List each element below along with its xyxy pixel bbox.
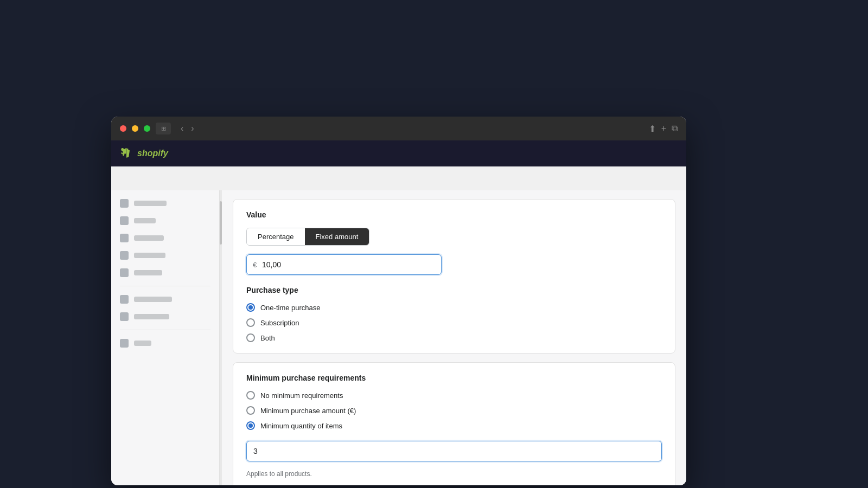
radio-inner-min-quantity <box>248 423 253 428</box>
radio-inner-one-time <box>248 305 253 310</box>
scroll-track <box>220 190 222 485</box>
radio-circle-subscription <box>246 318 255 327</box>
sidebar-label-analytics <box>134 201 167 206</box>
radio-label-min-quantity: Minimum quantity of items <box>260 422 342 430</box>
sidebar-item-extra2[interactable] <box>111 308 219 325</box>
radio-label-both: Both <box>260 334 275 342</box>
browser-share-icon[interactable]: ⬆ <box>649 124 656 134</box>
percentage-tab[interactable]: Percentage <box>247 228 305 245</box>
radio-circle-no-minimum <box>246 391 255 400</box>
minimum-purchase-card: Minimum purchase requirements No minimum… <box>233 362 675 485</box>
radio-circle-one-time <box>246 303 255 312</box>
shopify-topbar: shopify <box>111 140 686 166</box>
sidebar-divider <box>120 286 210 286</box>
value-input[interactable] <box>246 254 442 275</box>
quantity-input[interactable] <box>246 441 662 461</box>
shopify-logo-svg <box>120 147 133 160</box>
sidebar-label-discounts <box>134 270 162 275</box>
minimum-purchase-title: Minimum purchase requirements <box>246 374 662 382</box>
browser-back-btn[interactable]: ‹ <box>178 124 186 133</box>
sidebar-item-discounts[interactable] <box>111 264 219 281</box>
radio-one-time[interactable]: One-time purchase <box>246 303 662 312</box>
sidebar-label-products <box>134 235 164 241</box>
sidebar-divider-2 <box>120 330 210 330</box>
radio-both[interactable]: Both <box>246 333 662 342</box>
radio-circle-both <box>246 333 255 342</box>
value-toggle-group: Percentage Fixed amount <box>246 228 369 246</box>
fixed-amount-tab[interactable]: Fixed amount <box>305 228 369 245</box>
sidebar-label-apps <box>134 341 151 346</box>
radio-min-quantity[interactable]: Minimum quantity of items <box>246 421 662 430</box>
sidebar-icon-extra2 <box>120 312 129 321</box>
sidebar-icon-marketing <box>120 251 129 260</box>
sidebar-item-analytics[interactable] <box>111 195 219 212</box>
browser-dot-green <box>144 125 150 132</box>
browser-dot-yellow <box>132 125 138 132</box>
shopify-brand-name: shopify <box>137 149 168 158</box>
radio-min-purchase-amount[interactable]: Minimum purchase amount (€) <box>246 406 662 415</box>
value-section-title: Value <box>246 210 662 219</box>
minimum-purchase-content: No minimum requirements Minimum purchase… <box>246 391 662 478</box>
browser-nav: ‹ › <box>178 124 196 133</box>
sidebar-label-extra2 <box>134 314 169 319</box>
main-content: Value Percentage Fixed amount € Purchase… <box>222 190 686 485</box>
radio-circle-min-amount <box>246 406 255 415</box>
browser-toolbar: ⊞ ‹ › ⬆ + ⧉ <box>111 117 686 140</box>
radio-label-no-minimum: No minimum requirements <box>260 391 343 400</box>
browser-dot-red <box>120 125 126 132</box>
sidebar-icon-apps <box>120 339 129 348</box>
browser-forward-btn[interactable]: › <box>189 124 196 133</box>
helper-text-products: Applies to all products. <box>246 470 662 478</box>
browser-add-tab-icon[interactable]: + <box>661 124 666 133</box>
sidebar-icon-analytics <box>120 199 129 208</box>
radio-circle-min-quantity <box>246 421 255 430</box>
browser-tabs-icon[interactable]: ⧉ <box>672 124 678 133</box>
radio-label-min-amount: Minimum purchase amount (€) <box>260 407 356 415</box>
sidebar-item-apps[interactable] <box>111 335 219 352</box>
radio-no-minimum[interactable]: No minimum requirements <box>246 391 662 400</box>
sidebar-item-extra1[interactable] <box>111 291 219 308</box>
browser-actions: ⬆ + ⧉ <box>649 124 678 134</box>
value-input-group: € <box>246 254 662 275</box>
scroll-thumb <box>220 201 222 245</box>
sidebar-item-marketing[interactable] <box>111 247 219 264</box>
sidebar <box>111 190 220 485</box>
shopify-logo: shopify <box>120 147 168 160</box>
sidebar-label-marketing <box>134 253 165 258</box>
sidebar-item-orders[interactable] <box>111 212 219 229</box>
sidebar-icon-products <box>120 234 129 242</box>
radio-subscription[interactable]: Subscription <box>246 318 662 327</box>
purchase-type-title: Purchase type <box>246 286 662 294</box>
purchase-type-radio-group: One-time purchase Subscription Both <box>246 303 662 342</box>
value-card: Value Percentage Fixed amount € Purchase… <box>233 199 675 354</box>
browser-tab-btn[interactable]: ⊞ <box>156 123 171 134</box>
browser-window: ⊞ ‹ › ⬆ + ⧉ shopify <box>111 117 686 485</box>
sidebar-item-products[interactable] <box>111 229 219 247</box>
radio-label-one-time: One-time purchase <box>260 304 321 312</box>
sidebar-label-orders <box>134 218 156 223</box>
sidebar-icon-orders <box>120 216 129 225</box>
sidebar-label-extra1 <box>134 297 172 302</box>
radio-label-subscription: Subscription <box>260 319 299 327</box>
sidebar-icon-extra1 <box>120 295 129 304</box>
sidebar-icon-discounts <box>120 268 129 277</box>
currency-prefix: € <box>253 261 257 269</box>
